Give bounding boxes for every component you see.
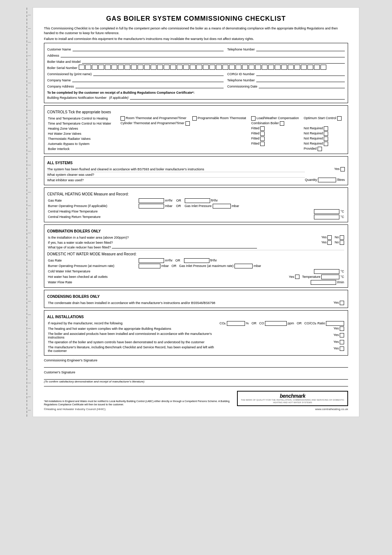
serial-box[interactable] — [229, 65, 235, 70]
combi-no-checkbox-1[interactable] — [340, 235, 344, 240]
serial-box[interactable] — [275, 65, 281, 70]
checkbox-optimum-box[interactable] — [337, 116, 342, 121]
dhw-gas-rate-input2[interactable] — [184, 258, 209, 263]
commissioned-by-input[interactable] — [93, 71, 224, 76]
serial-box[interactable] — [183, 65, 189, 70]
ch-flow-temp-unit: °C — [340, 210, 344, 213]
serial-box[interactable] — [196, 65, 202, 70]
serial-box[interactable] — [131, 65, 137, 70]
serial-box[interactable] — [124, 65, 130, 70]
serial-box[interactable] — [85, 65, 91, 70]
ai-yes-checkbox-4[interactable] — [340, 340, 344, 344]
dhw-hot-water-yes-checkbox[interactable] — [295, 275, 299, 279]
corgi-id-input[interactable] — [256, 71, 345, 76]
dhw-flow-rate-input[interactable] — [311, 280, 336, 285]
serial-box[interactable] — [105, 65, 111, 70]
customer-sig-line[interactable] — [44, 374, 348, 380]
address-input[interactable] — [61, 52, 345, 57]
serial-box[interactable] — [79, 65, 85, 70]
combi-no-checkbox-2[interactable] — [340, 240, 344, 245]
serial-box[interactable] — [255, 65, 261, 70]
ai-yes-checkbox-3[interactable] — [340, 333, 344, 337]
boiler-make-input[interactable] — [82, 58, 345, 64]
checkbox-notrequired-6[interactable] — [324, 142, 328, 146]
checkbox-room-therm-box[interactable] — [121, 116, 125, 121]
ai-ratio-input[interactable] — [326, 321, 344, 326]
serial-box[interactable] — [157, 65, 163, 70]
serial-box[interactable] — [170, 65, 176, 70]
serial-box[interactable] — [242, 65, 248, 70]
serial-box[interactable] — [138, 65, 143, 70]
checkbox-loadweather-box[interactable] — [251, 116, 256, 121]
checkbox-combi-box[interactable] — [280, 121, 284, 126]
serial-box[interactable] — [144, 65, 150, 70]
checkbox-notrequired-4[interactable] — [324, 131, 328, 136]
serial-box[interactable] — [288, 65, 294, 70]
customer-name-input[interactable] — [73, 46, 224, 51]
ch-gas-rate-input2[interactable] — [185, 198, 210, 203]
dhw-burner-input[interactable] — [139, 264, 160, 268]
checkbox-provided-7[interactable] — [318, 147, 322, 151]
company-name-input[interactable] — [72, 77, 224, 82]
serial-box[interactable] — [320, 65, 326, 70]
serial-box[interactable] — [301, 65, 307, 70]
serial-box[interactable] — [164, 65, 170, 70]
serial-box[interactable] — [151, 65, 156, 70]
serial-box[interactable] — [249, 65, 254, 70]
all-systems-quantity-input[interactable] — [318, 178, 336, 182]
serial-box[interactable] — [294, 65, 300, 70]
serial-box[interactable] — [236, 65, 241, 70]
checkbox-fitted-5[interactable] — [260, 137, 265, 141]
checkbox-fitted-4[interactable] — [260, 131, 265, 136]
serial-box[interactable] — [268, 65, 274, 70]
checkbox-fitted-3[interactable] — [260, 126, 265, 131]
ch-gas-inlet-input[interactable] — [213, 204, 231, 208]
serial-box[interactable] — [203, 65, 209, 70]
ch-gas-rate-input[interactable] — [139, 198, 164, 203]
ai-yes-checkbox-5[interactable] — [340, 347, 344, 351]
building-regs-section: To be completed by the customer on recei… — [47, 91, 345, 100]
dhw-gas-rate-input[interactable] — [139, 258, 164, 263]
ch-return-temp-input[interactable] — [314, 215, 339, 219]
ch-flow-temp-input[interactable] — [314, 209, 339, 214]
dhw-hot-water-temp-input[interactable] — [321, 275, 339, 279]
checkbox-notrequired-3[interactable] — [324, 126, 328, 131]
commissioning-date-input[interactable] — [259, 83, 345, 88]
condensing-yes-checkbox[interactable] — [340, 301, 344, 305]
checkbox-notrequired-5[interactable] — [324, 137, 328, 141]
customer-name-label: Customer Name — [47, 48, 71, 51]
telephone2-input[interactable] — [256, 77, 345, 82]
telephone-input[interactable] — [256, 46, 345, 51]
building-regs-number-input[interactable] — [130, 94, 345, 100]
controls-row-1: Time and Temperature Control to Heating … — [47, 116, 345, 121]
serial-box[interactable] — [190, 65, 196, 70]
dhw-cold-water-input[interactable] — [314, 269, 339, 274]
ai-yes-checkbox-2[interactable] — [340, 327, 344, 331]
serial-box[interactable] — [111, 65, 117, 70]
serial-box[interactable] — [209, 65, 215, 70]
serial-box[interactable] — [118, 65, 124, 70]
serial-box[interactable] — [281, 65, 287, 70]
all-systems-yes-checkbox[interactable] — [340, 167, 345, 171]
serial-box[interactable] — [314, 65, 320, 70]
serial-box[interactable] — [222, 65, 228, 70]
serial-box[interactable] — [177, 65, 183, 70]
serial-box[interactable] — [216, 65, 222, 70]
serial-box[interactable] — [262, 65, 268, 70]
checkbox-cylinder-box[interactable] — [185, 121, 190, 126]
engineer-sig-line[interactable] — [44, 362, 348, 368]
ai-co-input[interactable] — [265, 321, 287, 326]
dhw-gas-inlet-input[interactable] — [234, 264, 253, 268]
checkbox-programmable-box[interactable] — [192, 116, 197, 121]
serial-box[interactable] — [92, 65, 98, 70]
company-address-input[interactable] — [75, 83, 224, 88]
combi-yes-checkbox-2[interactable] — [327, 240, 332, 245]
checkbox-fitted-6[interactable] — [260, 142, 265, 146]
combi-yes-checkbox-1[interactable] — [327, 235, 332, 240]
ch-flow-temp-row: Central Heating Flow Temperature °C — [47, 209, 345, 214]
ai-co2-input[interactable] — [227, 321, 245, 326]
serial-box[interactable] — [307, 65, 313, 70]
serial-box[interactable] — [98, 65, 104, 70]
ch-burner-input[interactable] — [139, 204, 164, 208]
commissioned-by-field: Commissioned by (print name) — [47, 71, 224, 76]
